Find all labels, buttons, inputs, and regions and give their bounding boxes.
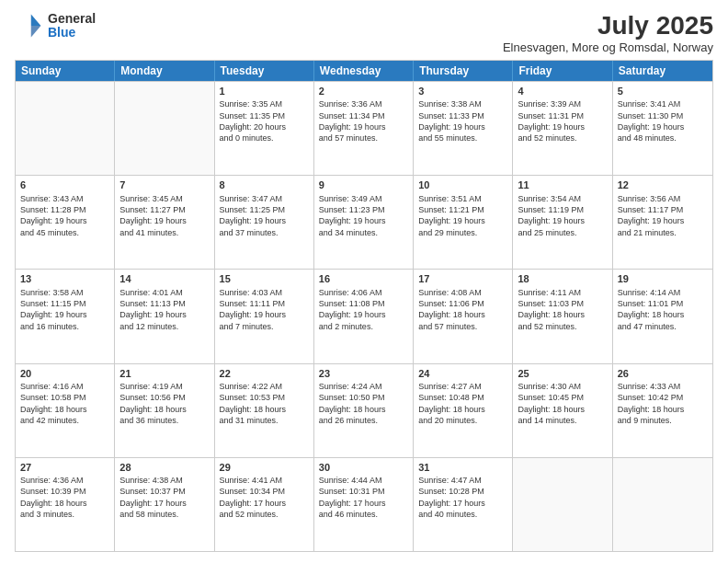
cal-cell: 13Sunrise: 3:58 AM Sunset: 11:15 PM Dayl… (16, 270, 115, 362)
cell-day-number: 11 (518, 178, 607, 191)
cell-day-number: 18 (518, 272, 607, 285)
cell-info-text: Sunrise: 3:45 AM Sunset: 11:27 PM Daylig… (119, 194, 187, 237)
header-thursday: Thursday (414, 61, 513, 81)
calendar-week-2: 6Sunrise: 3:43 AM Sunset: 11:28 PM Dayli… (16, 175, 712, 269)
cal-cell: 6Sunrise: 3:43 AM Sunset: 11:28 PM Dayli… (16, 176, 115, 269)
page: General Blue July 2025 Elnesvagen, More … (0, 0, 728, 563)
cell-day-number: 4 (518, 85, 607, 98)
cell-day-number: 10 (418, 178, 507, 191)
cal-cell: 4Sunrise: 3:39 AM Sunset: 11:31 PM Dayli… (513, 82, 612, 175)
cell-info-text: Sunrise: 4:22 AM Sunset: 10:53 PM Daylig… (220, 382, 287, 425)
cell-day-number: 24 (418, 367, 507, 380)
header-friday: Friday (513, 61, 612, 81)
cal-cell: 29Sunrise: 4:41 AM Sunset: 10:34 PM Dayl… (215, 458, 314, 551)
cal-cell: 25Sunrise: 4:30 AM Sunset: 10:45 PM Dayl… (513, 364, 612, 457)
cell-day-number: 19 (618, 272, 708, 285)
cell-day-number: 15 (220, 272, 309, 285)
cell-day-number: 23 (319, 367, 408, 380)
cell-info-text: Sunrise: 3:47 AM Sunset: 11:25 PM Daylig… (220, 194, 287, 237)
cal-cell: 24Sunrise: 4:27 AM Sunset: 10:48 PM Dayl… (414, 364, 513, 457)
cell-info-text: Sunrise: 3:51 AM Sunset: 11:21 PM Daylig… (418, 194, 485, 237)
cell-day-number: 25 (518, 367, 607, 380)
cal-cell: 5Sunrise: 3:41 AM Sunset: 11:30 PM Dayli… (613, 82, 712, 175)
header: General Blue July 2025 Elnesvagen, More … (15, 11, 713, 54)
cell-info-text: Sunrise: 4:27 AM Sunset: 10:48 PM Daylig… (418, 382, 485, 425)
header-saturday: Saturday (613, 61, 712, 81)
cell-info-text: Sunrise: 3:41 AM Sunset: 11:30 PM Daylig… (618, 99, 685, 143)
cal-cell: 10Sunrise: 3:51 AM Sunset: 11:21 PM Dayl… (414, 176, 513, 269)
cal-cell: 11Sunrise: 3:54 AM Sunset: 11:19 PM Dayl… (513, 176, 612, 269)
cal-cell: 18Sunrise: 4:11 AM Sunset: 11:03 PM Dayl… (513, 270, 612, 362)
cell-day-number: 13 (20, 272, 109, 285)
cal-cell: 9Sunrise: 3:49 AM Sunset: 11:23 PM Dayli… (314, 176, 414, 269)
cal-cell: 21Sunrise: 4:19 AM Sunset: 10:56 PM Dayl… (115, 364, 214, 457)
title-block: July 2025 Elnesvagen, More og Romsdal, N… (503, 11, 713, 54)
cal-cell: 22Sunrise: 4:22 AM Sunset: 10:53 PM Dayl… (215, 364, 314, 457)
cell-info-text: Sunrise: 3:35 AM Sunset: 11:35 PM Daylig… (220, 99, 287, 143)
cell-day-number: 30 (319, 461, 408, 474)
cell-info-text: Sunrise: 4:24 AM Sunset: 10:50 PM Daylig… (319, 382, 386, 425)
cell-day-number: 20 (20, 367, 109, 380)
header-sunday: Sunday (16, 61, 115, 81)
cell-info-text: Sunrise: 3:56 AM Sunset: 11:17 PM Daylig… (618, 194, 685, 237)
cal-cell: 12Sunrise: 3:56 AM Sunset: 11:17 PM Dayl… (613, 176, 712, 269)
cal-cell: 7Sunrise: 3:45 AM Sunset: 11:27 PM Dayli… (115, 176, 214, 269)
cell-info-text: Sunrise: 4:44 AM Sunset: 10:31 PM Daylig… (319, 476, 386, 519)
cell-info-text: Sunrise: 4:11 AM Sunset: 11:03 PM Daylig… (518, 288, 585, 331)
calendar-header: Sunday Monday Tuesday Wednesday Thursday… (16, 61, 712, 81)
cell-day-number: 9 (319, 178, 408, 191)
cell-day-number: 7 (119, 178, 209, 191)
svg-marker-0 (31, 15, 41, 26)
cal-cell: 27Sunrise: 4:36 AM Sunset: 10:39 PM Dayl… (16, 458, 115, 551)
svg-marker-1 (31, 26, 41, 37)
cal-cell: 2Sunrise: 3:36 AM Sunset: 11:34 PM Dayli… (314, 82, 414, 175)
cal-cell (16, 82, 115, 175)
cell-info-text: Sunrise: 3:43 AM Sunset: 11:28 PM Daylig… (20, 194, 87, 237)
cell-info-text: Sunrise: 4:38 AM Sunset: 10:37 PM Daylig… (119, 476, 187, 519)
cell-info-text: Sunrise: 3:49 AM Sunset: 11:23 PM Daylig… (319, 194, 386, 237)
title-month: July 2025 (503, 11, 713, 40)
cell-info-text: Sunrise: 4:33 AM Sunset: 10:42 PM Daylig… (618, 382, 685, 425)
cell-info-text: Sunrise: 4:41 AM Sunset: 10:34 PM Daylig… (220, 476, 287, 519)
cal-cell (613, 458, 712, 551)
cell-day-number: 14 (119, 272, 209, 285)
cell-info-text: Sunrise: 3:58 AM Sunset: 11:15 PM Daylig… (20, 288, 87, 331)
cell-info-text: Sunrise: 4:08 AM Sunset: 11:06 PM Daylig… (418, 288, 485, 331)
cell-day-number: 3 (418, 85, 507, 98)
cell-info-text: Sunrise: 3:36 AM Sunset: 11:34 PM Daylig… (319, 99, 386, 143)
cell-day-number: 26 (618, 367, 708, 380)
cell-info-text: Sunrise: 3:39 AM Sunset: 11:31 PM Daylig… (518, 99, 585, 143)
cal-cell: 15Sunrise: 4:03 AM Sunset: 11:11 PM Dayl… (215, 270, 314, 362)
logo-text: General Blue (48, 12, 96, 40)
cell-info-text: Sunrise: 4:36 AM Sunset: 10:39 PM Daylig… (20, 476, 87, 519)
cell-info-text: Sunrise: 4:19 AM Sunset: 10:56 PM Daylig… (119, 382, 187, 425)
header-monday: Monday (115, 61, 214, 81)
cell-info-text: Sunrise: 4:30 AM Sunset: 10:45 PM Daylig… (518, 382, 585, 425)
cell-day-number: 31 (418, 461, 507, 474)
cell-day-number: 29 (220, 461, 309, 474)
cal-cell: 20Sunrise: 4:16 AM Sunset: 10:58 PM Dayl… (16, 364, 115, 457)
cal-cell: 17Sunrise: 4:08 AM Sunset: 11:06 PM Dayl… (414, 270, 513, 362)
cell-day-number: 21 (119, 367, 209, 380)
cell-day-number: 16 (319, 272, 408, 285)
calendar-week-4: 20Sunrise: 4:16 AM Sunset: 10:58 PM Dayl… (16, 363, 712, 457)
cell-day-number: 6 (20, 178, 109, 191)
cell-day-number: 2 (319, 85, 408, 98)
cell-day-number: 1 (220, 85, 309, 98)
cell-info-text: Sunrise: 4:16 AM Sunset: 10:58 PM Daylig… (20, 382, 87, 425)
cell-info-text: Sunrise: 4:14 AM Sunset: 11:01 PM Daylig… (618, 288, 685, 331)
cell-day-number: 5 (618, 85, 708, 98)
calendar-week-5: 27Sunrise: 4:36 AM Sunset: 10:39 PM Dayl… (16, 457, 712, 551)
cal-cell (115, 82, 214, 175)
title-location: Elnesvagen, More og Romsdal, Norway (503, 40, 713, 54)
cal-cell: 19Sunrise: 4:14 AM Sunset: 11:01 PM Dayl… (613, 270, 712, 362)
cal-cell: 30Sunrise: 4:44 AM Sunset: 10:31 PM Dayl… (314, 458, 414, 551)
logo-blue-text: Blue (48, 26, 96, 40)
cell-info-text: Sunrise: 3:54 AM Sunset: 11:19 PM Daylig… (518, 194, 585, 237)
cell-day-number: 28 (119, 461, 209, 474)
cell-info-text: Sunrise: 4:01 AM Sunset: 11:13 PM Daylig… (119, 288, 187, 331)
cell-day-number: 8 (220, 178, 309, 191)
logo: General Blue (15, 11, 96, 40)
cell-day-number: 12 (618, 178, 708, 191)
cal-cell: 3Sunrise: 3:38 AM Sunset: 11:33 PM Dayli… (414, 82, 513, 175)
